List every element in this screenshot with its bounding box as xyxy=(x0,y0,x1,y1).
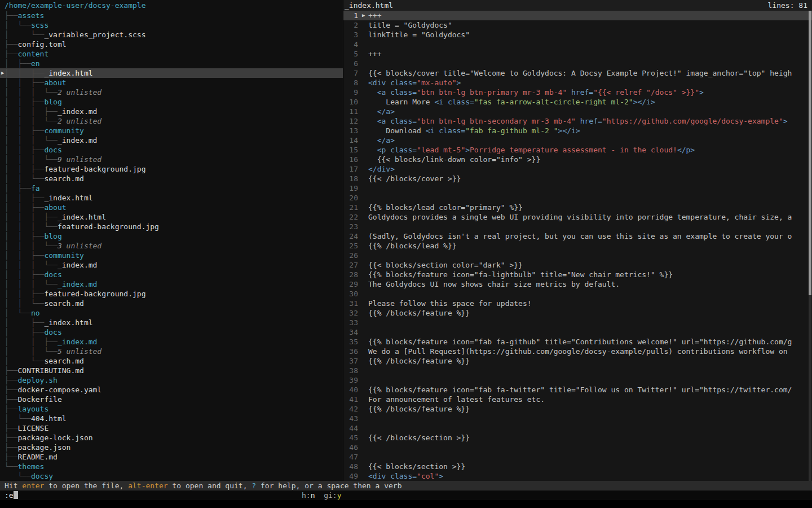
tree-item[interactable]: │ │ ├──about xyxy=(0,203,343,212)
tree-branch: │ └── xyxy=(5,357,44,365)
code-segment xyxy=(368,146,377,154)
code-line: 21{{% blocks/lead color="primary" %}} xyxy=(343,203,812,212)
tree-item[interactable]: │ └──scss xyxy=(0,20,343,30)
tree-item[interactable]: │ │ │ └──9 unlisted xyxy=(0,155,343,164)
tree-item[interactable]: ├──Dockerfile xyxy=(0,395,343,404)
tree-item[interactable]: ├──layouts xyxy=(0,404,343,414)
tree-item-label: themes xyxy=(17,462,44,471)
tree-item[interactable]: │ │ ├──community xyxy=(0,251,343,260)
code-line-text: {{% blocks/feature icon="fab fa-github" … xyxy=(360,337,812,347)
tree-item[interactable]: │ │ └──5 unlisted xyxy=(0,347,343,356)
line-number: 30 xyxy=(343,289,360,299)
line-number: 43 xyxy=(343,414,360,423)
code-segment: href= xyxy=(576,117,602,125)
tree-item[interactable]: │ │ │ └──3 unlisted xyxy=(0,241,343,251)
code-line: 23 xyxy=(343,222,812,231)
tree-item[interactable]: │ │ ├──about xyxy=(0,78,343,87)
code-line: 39 xyxy=(343,375,812,385)
tree-branch: │ └── xyxy=(5,30,44,39)
tree-item[interactable]: │ │ │ ├──_index.html xyxy=(0,212,343,222)
tree-item[interactable]: │ │ ├──_index.md xyxy=(0,337,343,347)
code-line: 41For announcement of latest features et… xyxy=(343,395,812,404)
tree-item[interactable]: │ └──no xyxy=(0,308,343,318)
code-segment: {{% blocks/lead color="primary" %}} xyxy=(368,203,523,212)
tree-item[interactable]: │ │ │ └──_index.md xyxy=(0,260,343,270)
command-input-row: :e h:n gi:y xyxy=(0,491,812,500)
preview-panel: _index.html lines: 81 1▶+++2title = "Gol… xyxy=(343,0,812,481)
tree-item[interactable]: │ │ ├──docs xyxy=(0,145,343,155)
tree-item[interactable]: │ └──search.md xyxy=(0,356,343,366)
tree-item[interactable]: │ │ ├──featured-background.jpg xyxy=(0,164,343,174)
code-line-text xyxy=(360,222,812,231)
code-segment xyxy=(368,88,377,97)
tree-item-label: about xyxy=(44,78,66,87)
tree-branch: │ └── xyxy=(5,414,31,423)
tree-item[interactable]: │ ├──docs xyxy=(0,327,343,337)
code-segment: {{% /blocks/lead %}} xyxy=(368,242,457,250)
code-segment: </a> xyxy=(377,136,395,144)
tree-item[interactable]: ├──LICENSE xyxy=(0,423,343,433)
tree-item[interactable]: │ │ │ └──_index.md xyxy=(0,135,343,145)
tree-item[interactable]: │ ├──_index.html xyxy=(0,318,343,327)
tree-item[interactable]: │ │ ├──community xyxy=(0,126,343,135)
tree-item[interactable]: └──themes xyxy=(0,462,343,471)
code-line: 36We do a [Pull Request](https://github.… xyxy=(343,347,812,356)
tree-branch: ├── xyxy=(5,386,17,394)
code-segment: {{< blocks/section color="dark" >}} xyxy=(368,261,523,269)
line-number: 5 xyxy=(343,49,360,59)
code-line: 35{{% blocks/feature icon="fab fa-github… xyxy=(343,337,812,347)
tree-item[interactable]: ├──deploy.sh xyxy=(0,375,343,385)
tree-item[interactable]: ├──package.json xyxy=(0,443,343,452)
tree-item[interactable]: ├──content xyxy=(0,49,343,59)
tree-item[interactable]: │ ├──en xyxy=(0,59,343,68)
tree-item[interactable]: │ │ ├──docs xyxy=(0,270,343,279)
tree-item[interactable]: └──docsy xyxy=(0,471,343,481)
tree-item[interactable]: │ └──404.html xyxy=(0,414,343,423)
tree-item[interactable]: │ │ │ └──2 unlisted xyxy=(0,87,343,97)
tree-item[interactable]: ├──CONTRIBUTING.md xyxy=(0,366,343,375)
tree-item-label: 404.html xyxy=(31,414,67,423)
tree-item[interactable]: ▶│ │ ├──_index.html xyxy=(0,68,343,78)
tree-item[interactable]: │ │ ├──_index.html xyxy=(0,193,343,203)
line-number: 49 xyxy=(343,471,360,481)
tree-item[interactable]: ├──docker-compose.yaml xyxy=(0,385,343,395)
tree-branch: ├── xyxy=(5,376,17,384)
tree-item-label: assets xyxy=(17,11,44,20)
tree-item[interactable]: │ │ ├──blog xyxy=(0,231,343,241)
code-line: 29The Goldydocs UI now shows chair size … xyxy=(343,279,812,289)
tree-item[interactable]: │ │ │ ├──_index.md xyxy=(0,107,343,116)
preview-scrollbar-thumb[interactable] xyxy=(809,11,811,295)
code-line-text xyxy=(360,318,812,327)
code-segment: "col" xyxy=(417,472,439,480)
tree-item[interactable]: │ │ │ └──_index.md xyxy=(0,279,343,289)
code-segment: "btn btn-lg btn-primary mr-3 mb-4" xyxy=(417,88,567,97)
tree-item[interactable]: │ ├──fa xyxy=(0,183,343,193)
code-line-text: Download <i class="fab fa-github ml-2 ">… xyxy=(360,126,812,135)
tree-item[interactable]: ├──config.toml xyxy=(0,40,343,49)
key-hint: enter xyxy=(22,481,44,490)
root-path[interactable]: /home/example-user/docsy-example xyxy=(0,0,343,11)
tree-item-label: package-lock.json xyxy=(17,433,92,442)
tree-branch: │ │ ├── xyxy=(5,165,44,173)
tree-item[interactable]: │ │ └──search.md xyxy=(0,174,343,183)
tree-item-label: README.md xyxy=(17,453,57,461)
tree-item[interactable]: ├──assets xyxy=(0,11,343,20)
tree-item[interactable]: │ │ │ └──2 unlisted xyxy=(0,116,343,126)
tree-item[interactable]: │ │ │ └──featured-background.jpg xyxy=(0,222,343,231)
tree-item-label: _index.md xyxy=(58,338,97,346)
code-line-text: {{< blocks/link-down color="info" >}} xyxy=(360,155,812,164)
tree-item[interactable]: ├──README.md xyxy=(0,452,343,462)
tree-branch: │ │ ├── xyxy=(5,78,44,87)
tree-item-label: CONTRIBUTING.md xyxy=(17,366,83,375)
tree-item[interactable]: ├──package-lock.json xyxy=(0,433,343,443)
command-input[interactable]: :e xyxy=(5,491,18,500)
tree-item-label: deploy.sh xyxy=(17,376,57,384)
code-line-text: We do a [Pull Request](https://github.co… xyxy=(360,347,812,356)
tree-item[interactable]: │ └──_variables_project.scss xyxy=(0,30,343,40)
tree-item[interactable]: │ │ ├──blog xyxy=(0,97,343,107)
code-segment xyxy=(368,107,377,116)
tree-item[interactable]: │ │ ├──featured-background.jpg xyxy=(0,289,343,299)
code-line-text: <div class="mx-auto"> xyxy=(360,78,812,87)
tree-item[interactable]: │ │ └──search.md xyxy=(0,299,343,308)
tree-branch: ├── xyxy=(5,50,17,58)
